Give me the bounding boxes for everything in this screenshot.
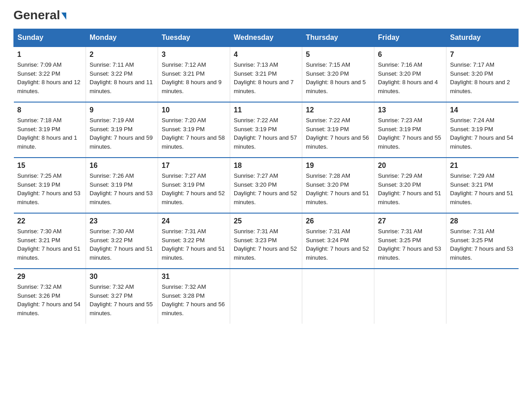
day-cell: 31 Sunrise: 7:32 AMSunset: 3:28 PMDaylig… xyxy=(158,269,230,324)
week-row-4: 22 Sunrise: 7:30 AMSunset: 3:21 PMDaylig… xyxy=(14,213,519,269)
day-number: 3 xyxy=(162,51,226,59)
day-info: Sunrise: 7:17 AMSunset: 3:20 PMDaylight:… xyxy=(450,61,510,94)
week-row-2: 8 Sunrise: 7:18 AMSunset: 3:19 PMDayligh… xyxy=(14,102,519,158)
day-cell: 7 Sunrise: 7:17 AMSunset: 3:20 PMDayligh… xyxy=(446,47,519,102)
day-number: 2 xyxy=(90,51,154,59)
day-cell: 18 Sunrise: 7:27 AMSunset: 3:20 PMDaylig… xyxy=(230,158,302,213)
day-cell: 12 Sunrise: 7:22 AMSunset: 3:19 PMDaylig… xyxy=(302,102,374,158)
day-info: Sunrise: 7:32 AMSunset: 3:27 PMDaylight:… xyxy=(90,283,153,317)
day-info: Sunrise: 7:31 AMSunset: 3:25 PMDaylight:… xyxy=(450,228,513,261)
day-number: 26 xyxy=(306,217,370,225)
day-number: 27 xyxy=(378,217,442,225)
logo-name: General xyxy=(13,9,66,21)
day-number: 5 xyxy=(306,51,370,59)
day-info: Sunrise: 7:32 AMSunset: 3:26 PMDaylight:… xyxy=(17,283,81,317)
header-tuesday: Tuesday xyxy=(158,29,230,47)
day-cell xyxy=(302,269,374,324)
day-cell: 16 Sunrise: 7:26 AMSunset: 3:19 PMDaylig… xyxy=(86,158,158,213)
day-info: Sunrise: 7:22 AMSunset: 3:19 PMDaylight:… xyxy=(234,117,297,150)
day-number: 24 xyxy=(162,217,226,225)
day-info: Sunrise: 7:11 AMSunset: 3:22 PMDaylight:… xyxy=(90,61,153,94)
day-number: 14 xyxy=(450,106,515,114)
day-number: 8 xyxy=(17,106,82,114)
day-cell: 20 Sunrise: 7:29 AMSunset: 3:20 PMDaylig… xyxy=(374,158,446,213)
day-info: Sunrise: 7:24 AMSunset: 3:19 PMDaylight:… xyxy=(450,117,513,150)
calendar-table: SundayMondayTuesdayWednesdayThursdayFrid… xyxy=(13,29,519,324)
day-info: Sunrise: 7:32 AMSunset: 3:28 PMDaylight:… xyxy=(162,283,225,317)
day-number: 13 xyxy=(378,106,442,114)
day-number: 1 xyxy=(17,51,82,59)
day-number: 31 xyxy=(162,273,226,281)
day-cell: 14 Sunrise: 7:24 AMSunset: 3:19 PMDaylig… xyxy=(446,102,519,158)
day-info: Sunrise: 7:09 AMSunset: 3:22 PMDaylight:… xyxy=(17,61,81,94)
day-cell: 23 Sunrise: 7:30 AMSunset: 3:22 PMDaylig… xyxy=(86,213,158,269)
day-cell: 15 Sunrise: 7:25 AMSunset: 3:19 PMDaylig… xyxy=(14,158,86,213)
day-number: 6 xyxy=(378,51,442,59)
header-monday: Monday xyxy=(86,29,158,47)
day-info: Sunrise: 7:29 AMSunset: 3:20 PMDaylight:… xyxy=(378,172,441,206)
day-number: 16 xyxy=(90,162,154,170)
day-cell: 21 Sunrise: 7:29 AMSunset: 3:21 PMDaylig… xyxy=(446,158,519,213)
day-number: 12 xyxy=(306,106,370,114)
day-cell: 4 Sunrise: 7:13 AMSunset: 3:21 PMDayligh… xyxy=(230,47,302,102)
header-friday: Friday xyxy=(374,29,446,47)
day-cell: 9 Sunrise: 7:19 AMSunset: 3:19 PMDayligh… xyxy=(86,102,158,158)
day-number: 22 xyxy=(17,217,82,225)
day-cell: 6 Sunrise: 7:16 AMSunset: 3:20 PMDayligh… xyxy=(374,47,446,102)
header-row: SundayMondayTuesdayWednesdayThursdayFrid… xyxy=(14,29,519,47)
day-number: 18 xyxy=(234,162,298,170)
page-header: General xyxy=(13,9,519,20)
day-cell: 22 Sunrise: 7:30 AMSunset: 3:21 PMDaylig… xyxy=(14,213,86,269)
day-cell: 5 Sunrise: 7:15 AMSunset: 3:20 PMDayligh… xyxy=(302,47,374,102)
week-row-1: 1 Sunrise: 7:09 AMSunset: 3:22 PMDayligh… xyxy=(14,47,519,102)
day-number: 15 xyxy=(17,162,82,170)
day-info: Sunrise: 7:30 AMSunset: 3:21 PMDaylight:… xyxy=(17,228,81,261)
day-number: 19 xyxy=(306,162,370,170)
day-cell: 17 Sunrise: 7:27 AMSunset: 3:19 PMDaylig… xyxy=(158,158,230,213)
day-info: Sunrise: 7:23 AMSunset: 3:19 PMDaylight:… xyxy=(378,117,441,150)
day-info: Sunrise: 7:31 AMSunset: 3:25 PMDaylight:… xyxy=(378,228,441,261)
day-cell: 11 Sunrise: 7:22 AMSunset: 3:19 PMDaylig… xyxy=(230,102,302,158)
header-sunday: Sunday xyxy=(14,29,86,47)
week-row-5: 29 Sunrise: 7:32 AMSunset: 3:26 PMDaylig… xyxy=(14,269,519,324)
day-info: Sunrise: 7:30 AMSunset: 3:22 PMDaylight:… xyxy=(90,228,153,261)
day-number: 30 xyxy=(90,273,154,281)
day-info: Sunrise: 7:31 AMSunset: 3:24 PMDaylight:… xyxy=(306,228,369,261)
week-row-3: 15 Sunrise: 7:25 AMSunset: 3:19 PMDaylig… xyxy=(14,158,519,213)
day-cell: 26 Sunrise: 7:31 AMSunset: 3:24 PMDaylig… xyxy=(302,213,374,269)
day-cell: 24 Sunrise: 7:31 AMSunset: 3:22 PMDaylig… xyxy=(158,213,230,269)
day-cell: 27 Sunrise: 7:31 AMSunset: 3:25 PMDaylig… xyxy=(374,213,446,269)
header-thursday: Thursday xyxy=(302,29,374,47)
day-info: Sunrise: 7:27 AMSunset: 3:20 PMDaylight:… xyxy=(234,172,297,206)
day-number: 28 xyxy=(450,217,515,225)
day-cell: 30 Sunrise: 7:32 AMSunset: 3:27 PMDaylig… xyxy=(86,269,158,324)
day-cell: 3 Sunrise: 7:12 AMSunset: 3:21 PMDayligh… xyxy=(158,47,230,102)
day-info: Sunrise: 7:31 AMSunset: 3:22 PMDaylight:… xyxy=(162,228,225,261)
day-cell xyxy=(446,269,519,324)
day-cell: 28 Sunrise: 7:31 AMSunset: 3:25 PMDaylig… xyxy=(446,213,519,269)
day-info: Sunrise: 7:22 AMSunset: 3:19 PMDaylight:… xyxy=(306,117,369,150)
header-saturday: Saturday xyxy=(446,29,519,47)
day-info: Sunrise: 7:16 AMSunset: 3:20 PMDaylight:… xyxy=(378,61,438,94)
day-number: 7 xyxy=(450,51,515,59)
day-number: 20 xyxy=(378,162,442,170)
day-cell: 2 Sunrise: 7:11 AMSunset: 3:22 PMDayligh… xyxy=(86,47,158,102)
day-info: Sunrise: 7:15 AMSunset: 3:20 PMDaylight:… xyxy=(306,61,366,94)
day-cell: 1 Sunrise: 7:09 AMSunset: 3:22 PMDayligh… xyxy=(14,47,86,102)
day-number: 29 xyxy=(17,273,82,281)
day-number: 11 xyxy=(234,106,298,114)
day-info: Sunrise: 7:19 AMSunset: 3:19 PMDaylight:… xyxy=(90,117,153,150)
day-number: 23 xyxy=(90,217,154,225)
day-info: Sunrise: 7:29 AMSunset: 3:21 PMDaylight:… xyxy=(450,172,513,206)
header-wednesday: Wednesday xyxy=(230,29,302,47)
day-info: Sunrise: 7:31 AMSunset: 3:23 PMDaylight:… xyxy=(234,228,297,261)
day-cell xyxy=(230,269,302,324)
day-cell: 25 Sunrise: 7:31 AMSunset: 3:23 PMDaylig… xyxy=(230,213,302,269)
day-info: Sunrise: 7:18 AMSunset: 3:19 PMDaylight:… xyxy=(17,117,77,150)
day-cell: 19 Sunrise: 7:28 AMSunset: 3:20 PMDaylig… xyxy=(302,158,374,213)
day-cell: 10 Sunrise: 7:20 AMSunset: 3:19 PMDaylig… xyxy=(158,102,230,158)
day-number: 21 xyxy=(450,162,515,170)
day-info: Sunrise: 7:20 AMSunset: 3:19 PMDaylight:… xyxy=(162,117,225,150)
day-number: 17 xyxy=(162,162,226,170)
day-cell: 8 Sunrise: 7:18 AMSunset: 3:19 PMDayligh… xyxy=(14,102,86,158)
